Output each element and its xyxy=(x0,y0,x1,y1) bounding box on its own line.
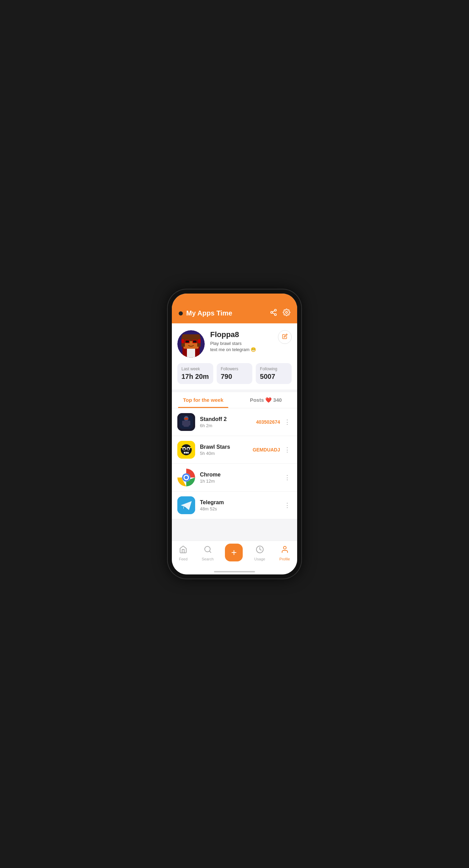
nav-add-button[interactable]: + xyxy=(225,544,243,561)
app-title: My Apps Time xyxy=(186,309,232,317)
svg-point-32 xyxy=(183,448,185,450)
brawlstars-info: Brawl Stars 5h 40m xyxy=(200,444,248,456)
share-icon[interactable] xyxy=(270,309,277,318)
chrome-menu-icon[interactable]: ⋮ xyxy=(283,472,292,483)
svg-rect-19 xyxy=(198,339,201,343)
stats-row: Last week 17h 20m Followers 790 Followin… xyxy=(177,363,292,384)
nav-item-profile[interactable]: Profile xyxy=(277,544,293,562)
telegram-right: ⋮ xyxy=(283,500,292,510)
bio-line1: Play brawl stars xyxy=(210,341,242,346)
svg-rect-38 xyxy=(190,447,192,448)
nav-search-label: Search xyxy=(202,557,214,561)
profile-top: Floppa8 Play brawl stars text me on tele… xyxy=(177,330,292,358)
phone-screen: My Apps Time xyxy=(172,294,297,574)
home-bar xyxy=(214,571,255,572)
svg-rect-18 xyxy=(181,339,184,343)
svg-line-45 xyxy=(209,551,211,553)
phone-frame: My Apps Time xyxy=(168,289,301,579)
stat-last-week: Last week 17h 20m xyxy=(177,363,213,384)
chrome-icon xyxy=(177,469,195,486)
brawlstars-icon xyxy=(177,441,195,459)
bio-line2: text me on telegram 😁 xyxy=(210,347,256,352)
nav-item-search[interactable]: Search xyxy=(199,544,216,562)
svg-rect-27 xyxy=(185,418,188,420)
svg-rect-16 xyxy=(186,340,189,343)
nav-item-feed[interactable]: Feed xyxy=(176,544,190,562)
svg-rect-36 xyxy=(187,452,189,454)
telegram-icon xyxy=(177,496,195,514)
camera-dot xyxy=(179,311,183,315)
brawlstars-code: GEMDUADJ xyxy=(253,447,280,452)
settings-icon[interactable] xyxy=(283,309,290,318)
standoff2-menu-icon[interactable]: ⋮ xyxy=(283,417,292,427)
svg-rect-35 xyxy=(186,452,187,454)
stat-following-label: Following xyxy=(260,367,288,371)
nav-usage-label: Usage xyxy=(254,557,265,561)
chrome-right: ⋮ xyxy=(283,472,292,483)
standoff2-right: 403502674 ⋮ xyxy=(256,417,292,427)
stat-following-value: 5007 xyxy=(260,373,288,381)
svg-point-42 xyxy=(185,476,188,479)
chrome-time: 1h 12m xyxy=(200,479,278,484)
search-icon xyxy=(204,545,212,556)
svg-rect-37 xyxy=(181,447,183,448)
edit-button[interactable] xyxy=(278,330,292,344)
nav-profile-label: Profile xyxy=(279,557,290,561)
tab-posts[interactable]: Posts ❤️ 340 xyxy=(234,392,297,408)
standoff2-name: Standoff 2 xyxy=(200,416,251,422)
tab-top-week-label: Top for the week xyxy=(183,397,223,403)
svg-rect-23 xyxy=(183,421,189,427)
svg-point-47 xyxy=(283,546,286,549)
profile-info: Floppa8 Play brawl stars text me on tele… xyxy=(210,330,272,353)
chrome-name: Chrome xyxy=(200,472,278,478)
svg-line-3 xyxy=(272,313,275,314)
brawlstars-name: Brawl Stars xyxy=(200,444,248,450)
telegram-name: Telegram xyxy=(200,499,278,506)
telegram-time: 48m 52s xyxy=(200,506,278,511)
stat-last-week-label: Last week xyxy=(181,367,209,371)
tab-posts-label: Posts xyxy=(250,397,265,403)
svg-point-33 xyxy=(187,448,189,450)
tab-top-week[interactable]: Top for the week xyxy=(172,392,234,408)
header: My Apps Time xyxy=(172,294,297,323)
telegram-info: Telegram 48m 52s xyxy=(200,499,278,511)
stat-followers[interactable]: Followers 790 xyxy=(217,363,253,384)
brawlstars-right: GEMDUADJ ⋮ xyxy=(253,445,292,455)
stat-followers-label: Followers xyxy=(221,367,249,371)
stat-followers-value: 790 xyxy=(221,373,249,381)
avatar xyxy=(177,330,205,358)
svg-rect-34 xyxy=(184,452,185,454)
svg-point-5 xyxy=(286,311,288,313)
usage-icon xyxy=(256,545,264,556)
bottom-nav: Feed Search + U xyxy=(172,541,297,570)
stat-last-week-value: 17h 20m xyxy=(181,373,209,381)
svg-point-29 xyxy=(181,444,192,455)
chrome-info: Chrome 1h 12m xyxy=(200,472,278,484)
svg-rect-24 xyxy=(182,421,184,425)
brawlstars-time: 5h 40m xyxy=(200,451,248,456)
standoff2-time: 6h 2m xyxy=(200,423,251,428)
header-icons xyxy=(270,309,290,318)
standoff2-info: Standoff 2 6h 2m xyxy=(200,416,251,428)
nav-feed-label: Feed xyxy=(179,557,188,561)
heart-icon: ❤️ xyxy=(265,397,272,403)
brawlstars-menu-icon[interactable]: ⋮ xyxy=(283,445,292,455)
telegram-menu-icon[interactable]: ⋮ xyxy=(283,500,292,510)
pencil-icon xyxy=(282,334,288,340)
profile-bio: Play brawl stars text me on telegram 😁 xyxy=(210,340,272,353)
app-item-standoff2: Standoff 2 6h 2m 403502674 ⋮ xyxy=(172,408,297,436)
main-content: Floppa8 Play brawl stars text me on tele… xyxy=(172,323,297,541)
svg-rect-25 xyxy=(188,421,190,425)
header-left: My Apps Time xyxy=(179,309,232,317)
nav-item-usage[interactable]: Usage xyxy=(252,544,268,562)
profile-icon xyxy=(281,545,289,556)
feed-icon xyxy=(179,545,187,556)
tabs-section: Top for the week Posts ❤️ 340 xyxy=(172,392,297,408)
svg-line-4 xyxy=(272,311,275,312)
svg-rect-17 xyxy=(193,340,197,343)
profile-username: Floppa8 xyxy=(210,330,272,339)
app-item-telegram: Telegram 48m 52s ⋮ xyxy=(172,492,297,519)
tab-posts-count: 340 xyxy=(273,397,282,403)
app-item-brawlstars: Brawl Stars 5h 40m GEMDUADJ ⋮ xyxy=(172,436,297,464)
stat-following[interactable]: Following 5007 xyxy=(256,363,292,384)
